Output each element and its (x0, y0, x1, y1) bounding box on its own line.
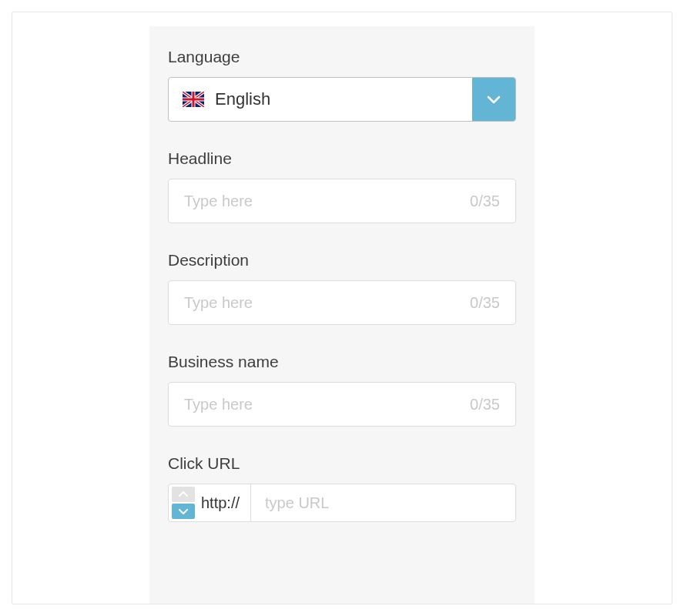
business-name-input[interactable] (184, 396, 470, 413)
uk-flag-icon (183, 92, 204, 107)
headline-field-group: Headline 0/35 (168, 149, 516, 223)
click-url-input[interactable] (251, 484, 515, 521)
chevron-down-icon (484, 90, 503, 109)
protocol-up-button[interactable] (172, 487, 195, 502)
headline-input[interactable] (184, 192, 470, 210)
description-input[interactable] (184, 294, 470, 312)
language-selected-value: English (215, 89, 472, 109)
language-dropdown-toggle[interactable] (472, 78, 515, 121)
protocol-value: http:// (196, 484, 251, 521)
headline-char-counter: 0/35 (470, 192, 500, 210)
business-name-input-wrap: 0/35 (168, 382, 516, 427)
business-name-char-counter: 0/35 (470, 396, 500, 413)
language-label: Language (168, 48, 516, 66)
protocol-spinner (169, 484, 196, 521)
svg-rect-4 (183, 99, 204, 101)
business-name-field-group: Business name 0/35 (168, 353, 516, 427)
language-field-group: Language English (168, 48, 516, 122)
description-label: Description (168, 251, 516, 270)
description-field-group: Description 0/35 (168, 251, 516, 325)
business-name-label: Business name (168, 353, 516, 371)
description-char-counter: 0/35 (470, 294, 500, 312)
headline-label: Headline (168, 149, 516, 168)
language-select[interactable]: English (168, 77, 516, 122)
click-url-field-group: Click URL http:// (168, 454, 516, 522)
click-url-row: http:// (168, 484, 516, 522)
description-input-wrap: 0/35 (168, 280, 516, 325)
chevron-up-icon (178, 490, 189, 498)
form-panel: Language English (149, 26, 535, 604)
headline-input-wrap: 0/35 (168, 179, 516, 223)
protocol-down-button[interactable] (172, 504, 195, 519)
chevron-down-icon (178, 507, 189, 515)
form-frame: Language English (12, 12, 672, 604)
click-url-label: Click URL (168, 454, 516, 473)
